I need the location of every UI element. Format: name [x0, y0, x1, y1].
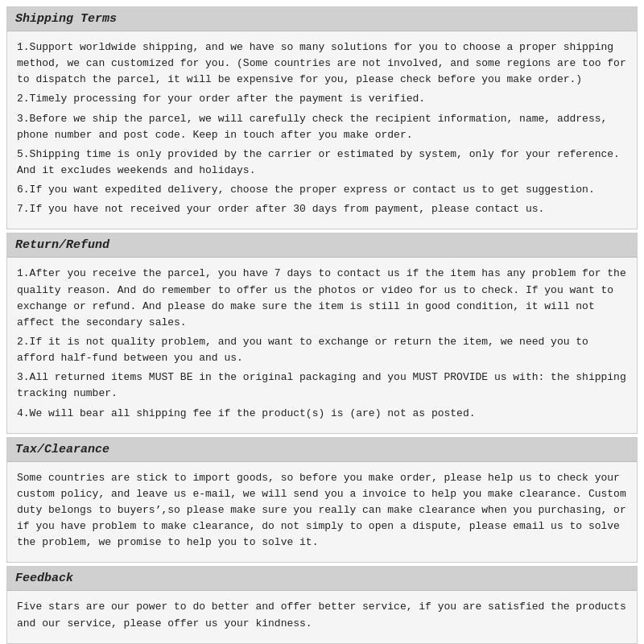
page-container: Shipping Terms1.Support worldwide shippi…	[0, 0, 644, 644]
paragraph: 4.We will bear all shipping fee if the p…	[17, 406, 627, 422]
paragraph: 3.All returned items MUST BE in the orig…	[17, 369, 627, 402]
paragraph: Five stars are our power to do better an…	[17, 599, 627, 631]
paragraph: 2.Timely processing for your order after…	[17, 91, 627, 107]
section-header-return-refund: Return/Refund	[7, 233, 637, 258]
section-shipping-terms: Shipping Terms1.Support worldwide shippi…	[6, 6, 638, 229]
paragraph: Some countries are stick to import goods…	[17, 470, 627, 551]
section-return-refund: Return/Refund1.After you receive the par…	[6, 233, 638, 433]
paragraph: 2.If it is not quality problem, and you …	[17, 334, 627, 366]
section-header-tax-clearance: Tax/Clearance	[7, 438, 637, 462]
section-body-shipping-terms: 1.Support worldwide shipping, and we hav…	[7, 31, 637, 229]
paragraph: 1.After you receive the parcel, you have…	[17, 266, 627, 331]
paragraph: 6.If you want expedited delivery, choose…	[17, 182, 627, 198]
paragraph: 7.If you have not received your order af…	[17, 201, 627, 217]
section-feedback: FeedbackFive stars are our power to do b…	[6, 566, 638, 643]
section-header-feedback: Feedback	[7, 567, 637, 591]
section-body-feedback: Five stars are our power to do better an…	[7, 591, 637, 642]
section-body-tax-clearance: Some countries are stick to import goods…	[7, 462, 637, 563]
paragraph: 1.Support worldwide shipping, and we hav…	[17, 39, 627, 88]
paragraph: 5.Shipping time is only provided by the …	[17, 147, 627, 179]
section-body-return-refund: 1.After you receive the parcel, you have…	[7, 258, 637, 432]
section-tax-clearance: Tax/ClearanceSome countries are stick to…	[6, 437, 638, 564]
section-header-shipping-terms: Shipping Terms	[7, 7, 637, 31]
paragraph: 3.Before we ship the parcel, we will car…	[17, 111, 627, 143]
